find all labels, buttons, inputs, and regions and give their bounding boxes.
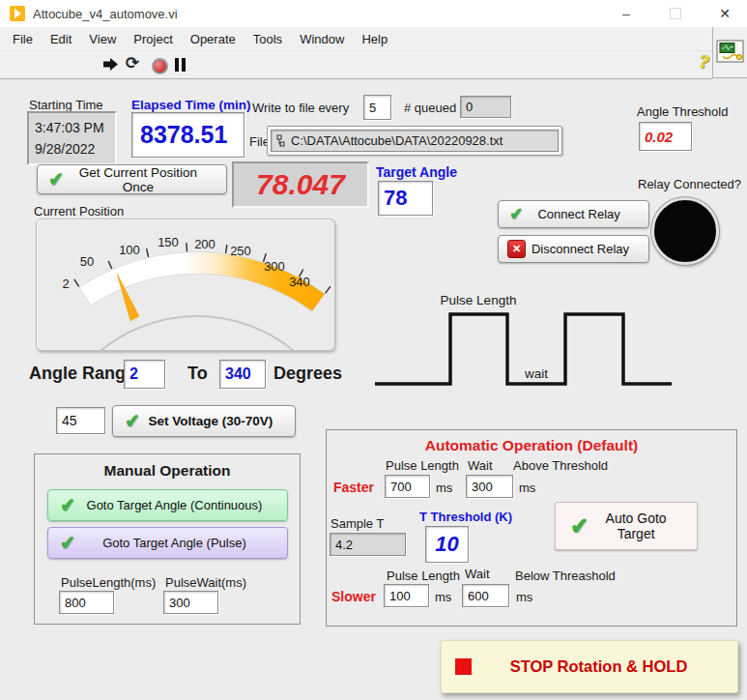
- menu-window[interactable]: Window: [291, 32, 353, 46]
- slower-wait-field[interactable]: 600: [462, 584, 509, 607]
- check-icon: ✔: [569, 512, 589, 540]
- manual-title: Manual Operation: [35, 462, 300, 480]
- current-position-gauge: 2 50 100 150 200 250 300 340: [36, 219, 335, 351]
- stop-rotation-label: STOP Rotation & HOLD: [472, 657, 737, 676]
- vi-front-panel: Attocube_v4_automove.vi – ✕ File Edit Vi…: [0, 0, 747, 700]
- angle-range-from-field[interactable]: 2: [124, 360, 165, 389]
- angle-range-unit: Degrees: [273, 364, 342, 384]
- disconnect-relay-label: Disconnect Relay: [526, 242, 648, 256]
- goto-pulse-button[interactable]: ✔ Goto Target Angle (Pulse): [47, 527, 288, 559]
- auto-goto-button[interactable]: ✔ Auto Goto Target: [555, 502, 698, 550]
- maximize-button[interactable]: [659, 0, 692, 27]
- menu-tools[interactable]: Tools: [244, 32, 291, 46]
- gauge-band: [79, 252, 325, 311]
- angle-range-to-word: To: [187, 364, 208, 384]
- starting-time-display: 3:47:03 PM 9/28/2022: [27, 111, 117, 165]
- slower-ms1: ms: [435, 590, 451, 604]
- goto-pulse-label: Goto Target Angle (Pulse): [75, 536, 287, 550]
- stop-rotation-button[interactable]: STOP Rotation & HOLD: [441, 640, 738, 693]
- automatic-operation-panel: Automatic Operation (Default) Pulse Leng…: [326, 429, 737, 627]
- connect-relay-button[interactable]: ✔ Connect Relay: [498, 200, 649, 228]
- svg-text:150: 150: [158, 235, 179, 249]
- faster-ms1: ms: [436, 481, 452, 495]
- menu-view[interactable]: View: [80, 32, 125, 46]
- pulsewait-label: PulseWait(ms): [165, 575, 246, 590]
- svg-text:2: 2: [62, 277, 69, 291]
- faster-wait-label: Wait: [468, 458, 493, 473]
- context-help-icon[interactable]: ?: [698, 52, 707, 72]
- disconnect-relay-button[interactable]: ✕ Disconnect Relay: [498, 235, 649, 263]
- set-voltage-label: Set Voltage (30-70V): [140, 414, 295, 428]
- stop-square-icon: [455, 658, 472, 675]
- set-voltage-button[interactable]: ✔ Set Voltage (30-70V): [112, 405, 296, 437]
- starting-time-value-line2: 9/28/2022: [35, 139, 115, 160]
- menu-help[interactable]: Help: [353, 32, 396, 46]
- pulsewait-field[interactable]: 300: [163, 591, 218, 614]
- gauge-hub-arc: [45, 316, 334, 350]
- current-position-value: 78.047: [256, 168, 345, 201]
- menu-bar: File Edit View Project Operate Tools Win…: [0, 27, 712, 50]
- faster-wait-field[interactable]: 300: [466, 475, 513, 498]
- svg-text:340: 340: [289, 275, 310, 289]
- target-angle-value: 78: [384, 186, 407, 211]
- faster-pulse-length-field[interactable]: 700: [385, 475, 430, 498]
- menu-operate[interactable]: Operate: [182, 32, 244, 46]
- pause-icon[interactable]: [175, 58, 186, 72]
- angle-range-to-field[interactable]: 340: [219, 360, 266, 389]
- get-position-button[interactable]: ✔ Get Current Position Once: [37, 164, 227, 194]
- write-every-label: Write to file every: [252, 101, 349, 115]
- title-bar: Attocube_v4_automove.vi – ✕: [0, 0, 747, 28]
- t-threshold-value: 10: [435, 532, 458, 557]
- slower-label: Slower: [331, 589, 376, 604]
- abort-icon[interactable]: [152, 58, 168, 74]
- slower-pulse-length-label: Pulse Length: [387, 569, 460, 583]
- angle-threshold-field[interactable]: 0.02: [639, 122, 692, 151]
- starting-time-value-line1: 3:47:03 PM: [35, 118, 115, 139]
- menu-project[interactable]: Project: [125, 32, 181, 46]
- auto-goto-label: Auto Goto Target: [589, 510, 697, 541]
- svg-text:50: 50: [80, 254, 94, 269]
- relay-connected-label: Relay Connected?: [638, 177, 741, 191]
- angle-range-to-value: 340: [225, 365, 251, 383]
- run-icon[interactable]: [101, 57, 119, 72]
- svg-text:100: 100: [119, 243, 140, 257]
- file-path-value: C:\DATA\Attocube\DATA\20220928.txt: [291, 133, 503, 148]
- voltage-field[interactable]: 45: [56, 407, 105, 434]
- labview-icon: [10, 6, 25, 21]
- slower-pulse-length-field[interactable]: 100: [384, 584, 429, 607]
- svg-text:300: 300: [264, 259, 285, 274]
- connect-relay-label: Connect Relay: [523, 207, 648, 221]
- file-path-control[interactable]: C:\DATA\Attocube\DATA\20220928.txt: [267, 126, 562, 156]
- goto-continuous-button[interactable]: ✔ Goto Target Angle (Continuous): [47, 489, 288, 521]
- check-icon: ✔: [124, 409, 140, 432]
- automatic-title: Automatic Operation (Default): [327, 437, 736, 454]
- close-button[interactable]: ✕: [708, 0, 741, 27]
- target-angle-field[interactable]: 78: [378, 181, 433, 216]
- menu-file[interactable]: File: [4, 32, 42, 46]
- maximize-icon: [670, 8, 681, 19]
- check-icon: ✔: [59, 493, 75, 516]
- gauge-label: Current Position: [34, 204, 124, 219]
- pulselength-field[interactable]: 800: [59, 591, 114, 614]
- pulse-waveform: Pulse Length wait: [360, 288, 679, 393]
- slower-ms2: ms: [516, 590, 532, 604]
- vi-icon: [716, 40, 745, 65]
- window-title: Attocube_v4_automove.vi: [33, 7, 178, 21]
- elapsed-time-value: 8378.51: [137, 121, 227, 149]
- svg-text:200: 200: [194, 237, 215, 251]
- manual-operation-panel: Manual Operation ✔ Goto Target Angle (Co…: [34, 453, 301, 625]
- t-threshold-field[interactable]: 10: [425, 526, 469, 563]
- elapsed-time-display: 8378.51: [131, 112, 244, 158]
- relay-led-indicator: [651, 197, 719, 265]
- check-icon: ✔: [59, 531, 75, 554]
- write-every-field[interactable]: 5: [363, 95, 391, 120]
- vi-connector-box: [712, 27, 747, 78]
- elapsed-time-label: Elapsed Time (min): [131, 98, 251, 112]
- faster-pulse-length-label: Pulse Length: [386, 458, 459, 473]
- sample-t-display: 4.2: [330, 533, 406, 556]
- menu-edit[interactable]: Edit: [42, 32, 80, 46]
- minimize-button[interactable]: –: [610, 0, 643, 27]
- check-icon: ✔: [508, 204, 524, 225]
- current-position-display: 78.047: [232, 161, 369, 208]
- run-continuous-icon[interactable]: ⟳: [126, 53, 139, 73]
